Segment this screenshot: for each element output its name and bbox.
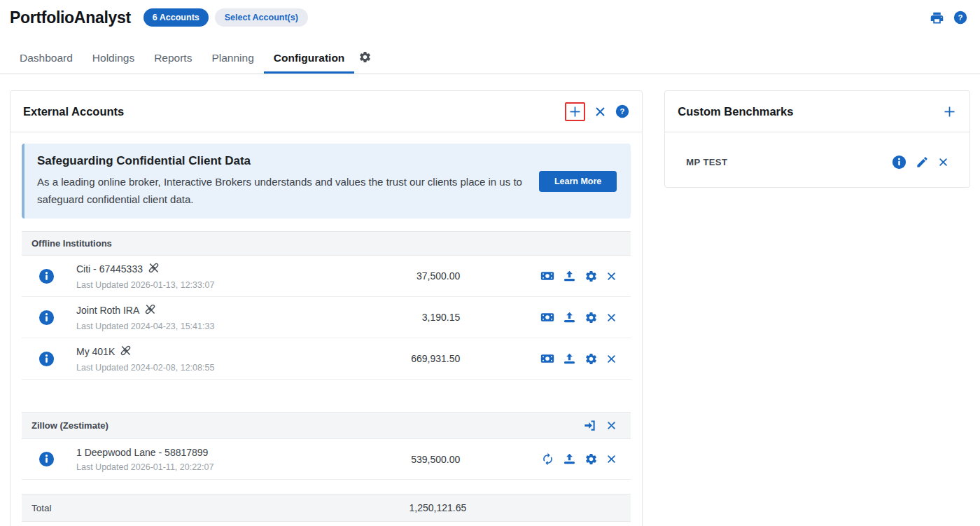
external-accounts-title: External Accounts [23,105,124,118]
upload-icon[interactable] [563,452,576,466]
main-content: External Accounts Safeguarding Confident… [0,90,980,526]
upload-icon[interactable] [563,311,576,324]
close-icon[interactable] [606,454,617,464]
collapse-close-icon[interactable] [594,106,606,118]
close-icon[interactable] [606,354,617,364]
upload-icon[interactable] [563,352,576,366]
gear-icon[interactable] [584,452,598,466]
edit-icon[interactable] [916,155,929,169]
app-header: PortfolioAnalyst 6 Accounts Select Accou… [0,0,980,29]
total-label: Total [31,503,354,513]
tab-configuration[interactable]: Configuration [264,46,355,74]
section-header-offline-institutions: Offline Institutions [22,231,631,256]
external-accounts-panel: External Accounts Safeguarding Confident… [10,90,643,526]
external-accounts-help-icon[interactable] [615,104,629,118]
tab-holdings[interactable]: Holdings [83,46,144,74]
select-accounts-button[interactable]: Select Account(s) [215,8,308,27]
cash-icon[interactable] [540,269,554,283]
info-icon[interactable] [38,351,57,367]
close-icon[interactable] [606,312,617,323]
refresh-icon[interactable] [541,452,554,466]
close-icon[interactable] [606,420,617,431]
account-value: 539,500.00 [362,454,460,465]
account-last-updated: Last Updated 2026-01-13, 12:33:07 [76,280,362,290]
account-row-citi: Citi - 67445333 Last Updated 2026-01-13,… [22,256,631,297]
account-value: 3,190.15 [362,312,460,323]
nav-gear-icon[interactable] [358,50,372,67]
info-icon[interactable] [38,310,57,326]
tab-planning[interactable]: Planning [202,46,263,74]
upload-icon[interactable] [563,270,576,283]
info-icon[interactable] [38,451,57,467]
section-header-zillow: Zillow (Zestimate) [22,412,631,439]
unlink-icon [120,345,132,359]
banner-body: As a leading online broker, Interactive … [37,173,531,208]
account-last-updated: Last Updated 2024-04-23, 15:41:33 [76,321,362,331]
unlink-icon [148,262,160,276]
add-account-plus-icon[interactable] [568,104,582,119]
tab-dashboard[interactable]: Dashboard [10,46,83,74]
gear-icon[interactable] [584,270,598,283]
accounts-count-badge: 6 Accounts [144,8,209,27]
print-icon[interactable] [930,11,944,25]
cash-icon[interactable] [540,310,554,324]
banner-title: Safeguarding Confidential Client Data [37,154,531,168]
gear-icon[interactable] [584,311,598,324]
section-name: Zillow (Zestimate) [31,420,583,431]
unlink-icon [144,303,156,317]
add-account-highlight-box [565,102,585,121]
account-name: Joint Roth IRA [76,303,362,317]
confidential-data-banner: Safeguarding Confidential Client Data As… [22,144,631,219]
custom-benchmarks-header: Custom Benchmarks [665,91,969,132]
account-value: 37,500.00 [362,270,460,282]
main-nav: Dashboard Holdings Reports Planning Conf… [0,46,980,74]
login-icon[interactable] [583,419,596,432]
gear-icon[interactable] [584,352,598,366]
info-icon[interactable] [38,268,57,284]
account-row-joint-roth-ira: Joint Roth IRA Last Updated 2024-04-23, … [22,297,631,338]
info-icon[interactable] [892,155,906,169]
account-name: Citi - 67445333 [76,262,362,276]
account-row-deepwood-lane: 1 Deepwood Lane - 58817899 Last Updated … [22,439,631,480]
account-last-updated: Last Updated 2026-01-11, 20:22:07 [76,462,362,472]
add-benchmark-plus-icon[interactable] [942,104,957,119]
benchmark-name: MP TEST [686,157,892,167]
total-value: 1,250,121.65 [354,502,466,513]
close-icon[interactable] [938,157,948,167]
app-title: PortfolioAnalyst [10,8,131,27]
account-row-my-401k: My 401K Last Updated 2024-02-08, 12:08:5… [22,338,631,380]
account-value: 669,931.50 [362,353,460,364]
total-row: Total 1,250,121.65 [22,494,631,522]
learn-more-button[interactable]: Learn More [539,171,617,192]
cash-icon[interactable] [540,352,554,366]
account-name: My 401K [76,345,362,359]
close-icon[interactable] [606,271,617,282]
external-accounts-header: External Accounts [10,91,642,132]
account-last-updated: Last Updated 2024-02-08, 12:08:55 [76,363,362,373]
account-name: 1 Deepwood Lane - 58817899 [76,447,362,458]
custom-benchmarks-title: Custom Benchmarks [678,105,793,118]
tab-reports[interactable]: Reports [144,46,202,74]
custom-benchmarks-panel: Custom Benchmarks MP TEST [664,90,970,188]
header-actions [930,11,967,25]
section-name: Offline Institutions [31,238,617,249]
help-icon[interactable] [953,11,967,25]
benchmark-row-mp-test: MP TEST [676,144,958,181]
